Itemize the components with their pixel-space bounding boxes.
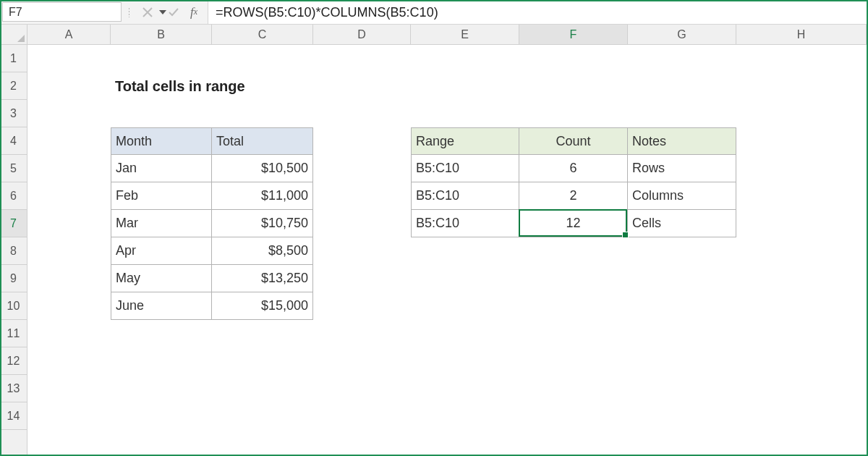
row-header-9[interactable]: 9 — [0, 265, 27, 292]
table-cell[interactable]: Cells — [628, 210, 736, 237]
worksheet: ABCDEFGH 1234567891011121314 Total cells… — [0, 25, 868, 456]
column-header-C[interactable]: C — [212, 25, 313, 44]
column-header-B[interactable]: B — [111, 25, 212, 44]
row-header-13[interactable]: 13 — [0, 375, 27, 402]
row-header-10[interactable]: 10 — [0, 292, 27, 320]
left-table-header-month: Month — [111, 127, 212, 155]
table-cell[interactable]: Feb — [111, 182, 212, 210]
row-header-1[interactable]: 1 — [0, 45, 27, 72]
row-header-8[interactable]: 8 — [0, 237, 27, 265]
table-cell[interactable]: Mar — [111, 210, 212, 237]
column-header-G[interactable]: G — [628, 25, 736, 44]
column-header-H[interactable]: H — [736, 25, 867, 44]
table-cell[interactable]: B5:C10 — [411, 182, 519, 210]
cancel-icon[interactable] — [140, 4, 156, 20]
row-header-14[interactable]: 14 — [0, 402, 27, 430]
row-header-5[interactable]: 5 — [0, 155, 27, 182]
formula-bar: fx — [0, 0, 868, 25]
right-table-header-range: Range — [411, 127, 519, 155]
table-cell[interactable]: $10,750 — [212, 210, 313, 237]
fx-icon[interactable]: fx — [186, 0, 208, 24]
table-cell[interactable]: May — [111, 265, 212, 292]
table-cell[interactable]: $10,500 — [212, 155, 313, 182]
row-header-11[interactable]: 11 — [0, 320, 27, 347]
table-cell[interactable]: 6 — [519, 155, 628, 182]
right-table-header-count: Count — [519, 127, 628, 155]
table-cell[interactable]: June — [111, 292, 212, 320]
formula-input[interactable] — [208, 0, 868, 24]
table-cell[interactable]: Rows — [628, 155, 736, 182]
column-header-D[interactable]: D — [313, 25, 411, 44]
table-cell[interactable]: $13,250 — [212, 265, 313, 292]
name-box[interactable] — [2, 2, 122, 22]
table-cell[interactable]: $15,000 — [212, 292, 313, 320]
row-header-7[interactable]: 7 — [0, 210, 27, 237]
formula-bar-buttons — [132, 0, 186, 24]
formula-bar-grip-icon — [126, 0, 132, 24]
table-cell[interactable]: $11,000 — [212, 182, 313, 210]
table-cell[interactable]: B5:C10 — [411, 155, 519, 182]
row-header-6[interactable]: 6 — [0, 182, 27, 210]
table-cell[interactable]: 2 — [519, 182, 628, 210]
right-table-header-notes: Notes — [628, 127, 736, 155]
row-header-2[interactable]: 2 — [0, 72, 27, 100]
row-header-12[interactable]: 12 — [0, 347, 27, 375]
column-header-E[interactable]: E — [411, 25, 519, 44]
left-table-header-total: Total — [212, 127, 313, 155]
table-cell[interactable]: $8,500 — [212, 237, 313, 265]
column-headers: ABCDEFGH — [0, 25, 868, 45]
table-cell[interactable]: Apr — [111, 237, 212, 265]
row-header-3[interactable]: 3 — [0, 100, 27, 127]
column-header-A[interactable]: A — [27, 25, 111, 44]
row-header-4[interactable]: 4 — [0, 127, 27, 155]
table-cell[interactable]: 12 — [519, 210, 628, 237]
table-cell[interactable]: Columns — [628, 182, 736, 210]
page-title: Total cells in range — [111, 72, 400, 100]
row-headers: 1234567891011121314 — [0, 45, 27, 456]
select-all-corner[interactable] — [0, 25, 27, 44]
table-cell[interactable]: B5:C10 — [411, 210, 519, 237]
column-header-F[interactable]: F — [519, 25, 628, 44]
cell-grid[interactable]: Total cells in range Month Total Jan $10… — [27, 45, 868, 456]
enter-check-icon[interactable] — [166, 4, 182, 20]
table-cell[interactable]: Jan — [111, 155, 212, 182]
